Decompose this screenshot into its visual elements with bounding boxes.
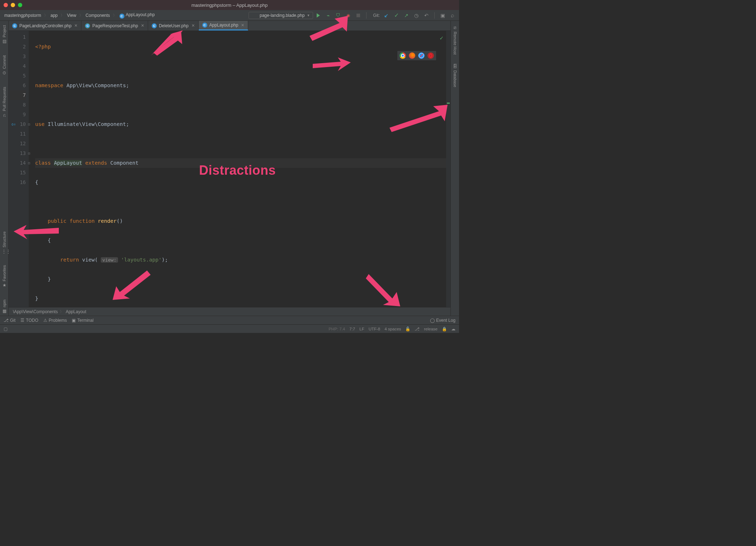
line-gutter[interactable]: 1 2 3 4 5 6 7 8 9 o↑10⊟ 11 12 13⊟ 14⊟ 15… [9,31,29,307]
git-rollback-button[interactable]: ↶ [423,12,430,19]
debug-button[interactable]: ⌁ [325,12,332,19]
tool-event-log[interactable]: ◯Event Log [430,318,455,323]
code-token: view( [82,257,98,263]
search-everywhere-button[interactable]: ⌕ [449,12,456,19]
editor-tab[interactable]: CPageLandingController.php✕ [9,21,81,30]
database-icon: 🗄 [453,64,458,69]
run-config-label: page-landing.blade.php [260,13,304,18]
tool-label: TODO [26,318,38,323]
tool-remote-host[interactable]: ⎚Remote Host [453,23,458,57]
tool-problems[interactable]: ⚠Problems [43,318,67,323]
shield-icon: ⛉ [336,13,340,18]
close-icon[interactable]: ✕ [241,23,244,28]
close-window-button[interactable] [4,3,8,7]
status-caret[interactable]: 7:7 [349,327,355,331]
chevron-right-icon: 〉 [60,309,63,314]
line-number: 8 [10,100,26,110]
tool-label: Terminal [77,318,93,323]
code-token: 'layouts.app' [121,257,162,263]
run-button[interactable] [315,12,322,19]
error-stripe[interactable] [446,31,450,307]
stop-button[interactable] [355,12,362,19]
editor-tab[interactable]: CDeleteUser.php✕ [148,21,199,30]
tool-favorites[interactable]: ★Favorites [2,263,7,290]
opera-icon[interactable] [427,52,434,59]
git-update-button[interactable]: ↙ [383,12,390,19]
status-indent[interactable]: 4 spaces [384,327,401,331]
browser-preview-panel [397,51,436,60]
stop-icon [356,14,360,17]
status-branch[interactable]: release [424,327,438,331]
code-token: ); [162,257,168,263]
tool-git[interactable]: ⎇Git [4,318,15,323]
breadcrumb-item[interactable]: View [66,12,78,19]
inspection-ok-icon[interactable]: ✓ [440,33,443,43]
tool-label: Problems [49,318,67,323]
tool-structure[interactable]: ⋮⋮Structure [2,229,7,256]
close-icon[interactable]: ✕ [192,23,195,28]
breadcrumb-class[interactable]: AppLayout [66,309,86,314]
status-line-ending[interactable]: LF [359,327,364,331]
tool-commit[interactable]: ⊙Commit [2,53,7,77]
code-editor[interactable]: <?php namespace App\View\Components; use… [29,31,446,307]
branch-icon: ⎇ [415,326,420,331]
editor-tab-active[interactable]: CAppLayout.php✕ [199,21,249,30]
main-layout: ▤Project ⊙Commit ⎌Pull Requests ⋮⋮Struct… [0,21,459,316]
run-configuration-selector[interactable]: page-landing.blade.php ▼ [249,12,313,19]
line-number: 2 [10,42,26,52]
annotation-label: Distractions [199,165,276,175]
breadcrumb-project[interactable]: masteringphpstorm [3,12,43,19]
lock-icon[interactable]: 🔒 [442,326,447,331]
editor-tab[interactable]: CPageResponseTest.php✕ [81,21,148,30]
tool-todo[interactable]: ☰TODO [20,318,38,323]
breadcrumb-item[interactable]: app [49,12,59,19]
line-number: 5 [10,71,26,81]
code-token: { [35,179,38,185]
tool-label: Remote Host [453,32,457,55]
tool-pull-requests[interactable]: ⎌Pull Requests [2,85,7,120]
code-token: ; [126,83,129,88]
marker-icon[interactable] [447,103,450,104]
override-icon[interactable]: o↑ [11,119,16,129]
tool-terminal[interactable]: ▣Terminal [72,318,93,323]
status-encoding[interactable]: UTF-8 [369,327,381,331]
server-icon: ⎚ [453,25,458,30]
search-icon: ⌕ [451,12,454,19]
chrome-icon[interactable] [400,52,406,59]
tool-project[interactable]: ▤Project [2,23,7,46]
hide-windows-button[interactable]: ▣ [439,12,446,19]
profile-button[interactable]: ◉ [345,12,352,19]
git-history-button[interactable]: ◷ [413,12,420,19]
branch-icon: ⎇ [4,318,9,323]
tool-label: Project [2,25,6,37]
safari-icon[interactable] [418,52,425,59]
editor-breadcrumb-bar: \App\View\Components 〉 AppLayout [9,307,450,316]
readonly-icon[interactable]: 🔓 [405,326,410,331]
status-php[interactable]: PHP: 7.4 [329,327,345,331]
maximize-window-button[interactable] [18,3,22,7]
tool-npm[interactable]: ▦npm [2,297,7,316]
tool-database[interactable]: 🗄Database [453,62,458,89]
window-controls [4,3,22,7]
breadcrumb-namespace[interactable]: \App\View\Components [13,309,58,314]
tab-label: AppLayout.php [209,23,238,28]
git-push-button[interactable]: ↗ [403,12,410,19]
ide-icon[interactable]: ☁ [451,326,455,331]
minimize-window-button[interactable] [11,3,15,7]
warning-icon: ⚠ [43,318,47,323]
close-icon[interactable]: ✕ [141,23,144,28]
breadcrumb-file[interactable]: AppLayout.php [118,11,156,19]
undo-icon: ↶ [424,13,429,18]
breadcrumb-item[interactable]: Components [84,12,112,19]
code-token: public function [48,218,95,224]
tool-windows-icon[interactable]: ▢ [4,326,8,331]
line-number: 14⊟ [10,158,26,168]
coverage-button[interactable]: ⛉ [335,12,342,19]
git-commit-button[interactable]: ✓ [393,12,400,19]
firefox-icon[interactable] [409,52,415,59]
editor-area: CPageLandingController.php✕ CPageRespons… [9,21,450,316]
close-icon[interactable]: ✕ [74,23,77,28]
chevron-right-icon: 〉 [113,13,117,18]
chevron-right-icon: 〉 [79,13,83,18]
tool-label: Structure [2,231,6,248]
